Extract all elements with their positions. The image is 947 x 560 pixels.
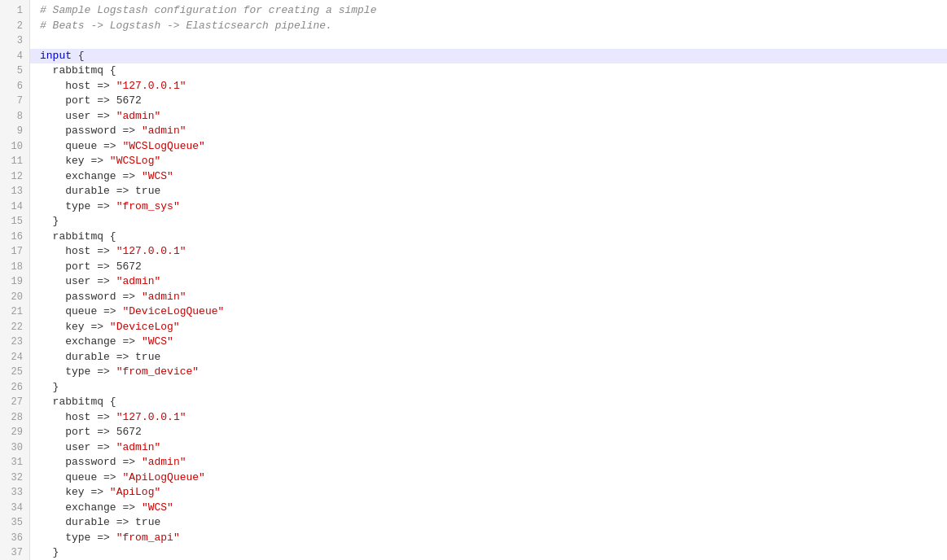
line-number: 10 (0, 139, 29, 155)
code-line[interactable]: } (30, 214, 947, 230)
code-line[interactable]: queue => "WCSLogQueue" (30, 139, 947, 155)
code-line[interactable]: port => 5672 (30, 260, 947, 275)
code-line[interactable]: port => 5672 (30, 425, 947, 440)
code-line[interactable]: } (30, 545, 947, 560)
code-line[interactable]: durable => true (30, 350, 947, 365)
code-line[interactable]: user => "admin" (30, 440, 947, 456)
line-number: 29 (0, 425, 29, 440)
code-line[interactable]: host => "127.0.0.1" (30, 410, 947, 426)
code-line[interactable]: type => "from_sys" (30, 199, 947, 215)
line-number: 6 (0, 79, 29, 94)
code-editor: 1234567891011121314151617181920212223242… (0, 0, 947, 560)
line-number: 24 (0, 350, 29, 365)
code-line[interactable]: password => "admin" (30, 290, 947, 305)
code-line[interactable]: rabbitmq { (30, 63, 947, 79)
line-number: 36 (0, 531, 29, 546)
line-number: 22 (0, 320, 29, 335)
code-line[interactable]: key => "ApiLog" (30, 485, 947, 501)
line-number: 32 (0, 470, 29, 486)
code-line[interactable]: user => "admin" (30, 109, 947, 125)
code-line[interactable] (30, 33, 947, 49)
line-number: 35 (0, 515, 29, 531)
code-line[interactable]: durable => true (30, 515, 947, 531)
code-line[interactable]: host => "127.0.0.1" (30, 79, 947, 94)
line-number: 15 (0, 214, 29, 230)
line-number: 19 (0, 274, 29, 290)
line-number: 30 (0, 440, 29, 456)
line-number: 3 (0, 33, 29, 49)
code-line[interactable]: queue => "ApiLogQueue" (30, 470, 947, 486)
code-line[interactable]: rabbitmq { (30, 230, 947, 245)
line-number: 16 (0, 230, 29, 245)
line-number: 11 (0, 154, 29, 169)
line-number: 7 (0, 94, 29, 109)
line-number-gutter: 1234567891011121314151617181920212223242… (0, 0, 30, 560)
code-line[interactable]: host => "127.0.0.1" (30, 244, 947, 260)
code-line[interactable]: exchange => "WCS" (30, 335, 947, 350)
code-line[interactable]: key => "WCSLog" (30, 154, 947, 169)
line-number: 33 (0, 485, 29, 501)
code-line[interactable]: password => "admin" (30, 124, 947, 139)
code-line[interactable]: key => "DeviceLog" (30, 320, 947, 335)
line-number: 37 (0, 545, 29, 560)
line-number: 28 (0, 410, 29, 426)
line-number: 4 (0, 49, 29, 64)
line-number: 14 (0, 199, 29, 215)
line-number: 23 (0, 335, 29, 350)
line-number: 27 (0, 395, 29, 410)
line-number: 21 (0, 304, 29, 320)
line-number: 20 (0, 290, 29, 305)
code-line[interactable]: password => "admin" (30, 455, 947, 470)
code-content[interactable]: # Sample Logstash configuration for crea… (30, 0, 947, 560)
line-number: 12 (0, 169, 29, 185)
line-number: 5 (0, 63, 29, 79)
line-number: 8 (0, 109, 29, 125)
line-number: 26 (0, 380, 29, 396)
line-number: 9 (0, 124, 29, 139)
code-line[interactable]: queue => "DeviceLogQueue" (30, 304, 947, 320)
code-line[interactable]: type => "from_api" (30, 531, 947, 546)
code-line[interactable]: exchange => "WCS" (30, 169, 947, 185)
line-number: 1 (0, 3, 29, 19)
code-line[interactable]: # Sample Logstash configuration for crea… (30, 3, 947, 19)
line-number: 18 (0, 260, 29, 275)
line-number: 34 (0, 501, 29, 516)
code-line[interactable]: durable => true (30, 184, 947, 199)
code-line[interactable]: type => "from_device" (30, 365, 947, 380)
code-line[interactable]: rabbitmq { (30, 395, 947, 410)
line-number: 2 (0, 19, 29, 34)
line-number: 17 (0, 244, 29, 260)
code-line[interactable]: user => "admin" (30, 274, 947, 290)
code-line[interactable]: exchange => "WCS" (30, 501, 947, 516)
line-number: 31 (0, 455, 29, 470)
code-line[interactable]: input { (30, 49, 947, 64)
line-number: 25 (0, 365, 29, 380)
code-line[interactable]: port => 5672 (30, 94, 947, 109)
code-line[interactable]: } (30, 380, 947, 396)
code-line[interactable]: # Beats -> Logstash -> Elasticsearch pip… (30, 19, 947, 34)
line-number: 13 (0, 184, 29, 199)
